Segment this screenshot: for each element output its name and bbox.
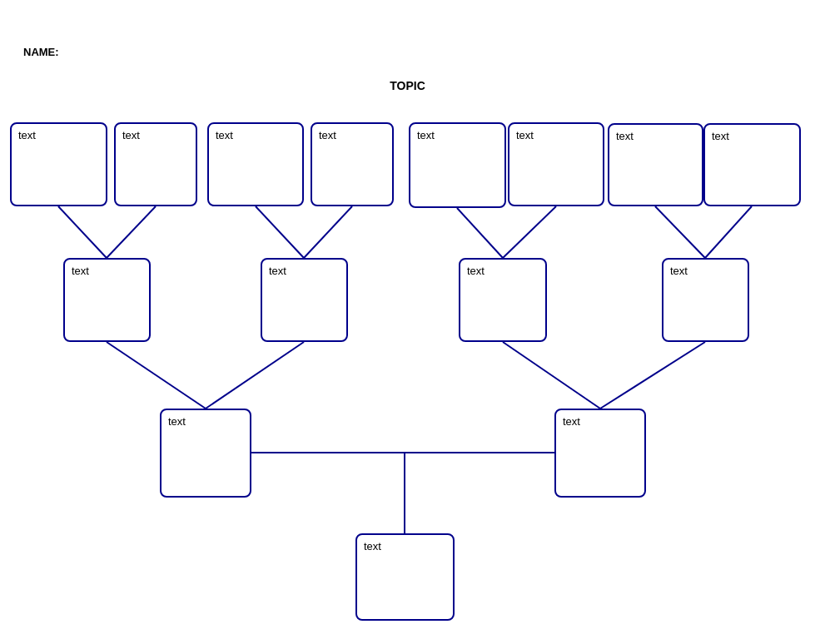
box-r1-b5[interactable]: text [409, 122, 506, 208]
svg-line-4 [457, 208, 503, 258]
box-r1-b8[interactable]: text [703, 123, 801, 206]
box-r1-b3[interactable]: text [207, 122, 304, 206]
box-r1-b2[interactable]: text [114, 122, 197, 206]
box-r2-b2[interactable]: text [261, 258, 348, 342]
box-r2-b1[interactable]: text [63, 258, 151, 342]
box-r3-b1[interactable]: text [160, 409, 251, 498]
box-r3-b2[interactable]: text [554, 409, 646, 498]
box-r2-b3[interactable]: text [459, 258, 547, 342]
svg-line-1 [107, 206, 156, 258]
topic-label: TOPIC [0, 79, 815, 92]
svg-line-6 [655, 206, 705, 258]
box-r2-b4[interactable]: text [662, 258, 749, 342]
name-label: NAME: [23, 46, 59, 58]
svg-line-11 [600, 342, 705, 409]
svg-line-2 [256, 206, 304, 258]
box-r1-b1[interactable]: text [10, 122, 107, 206]
box-r1-b7[interactable]: text [608, 123, 703, 206]
box-r1-b6[interactable]: text [508, 122, 604, 206]
box-r1-b4[interactable]: text [311, 122, 394, 206]
svg-line-8 [107, 342, 206, 409]
svg-line-5 [503, 206, 556, 258]
svg-line-10 [503, 342, 600, 409]
svg-line-3 [304, 206, 352, 258]
box-r4-b1[interactable]: text [355, 533, 455, 621]
svg-line-0 [58, 206, 107, 258]
svg-line-9 [206, 342, 304, 409]
svg-line-7 [705, 206, 752, 258]
